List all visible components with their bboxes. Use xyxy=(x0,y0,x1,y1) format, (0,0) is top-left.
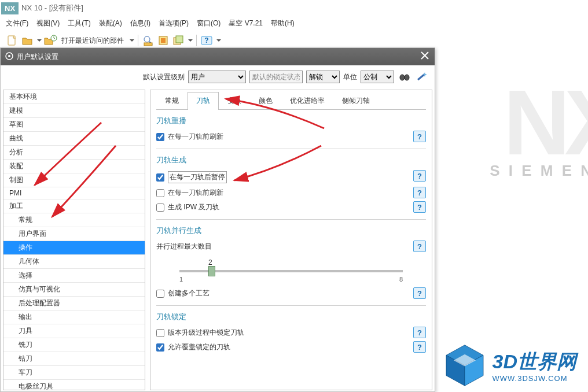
help-icon[interactable]: ? xyxy=(413,287,426,299)
touch-mode-icon[interactable] xyxy=(157,34,170,47)
cmd-finder-icon[interactable] xyxy=(142,34,155,47)
nav-item-11[interactable]: 操作 xyxy=(3,241,145,255)
lock-override-check[interactable] xyxy=(156,343,164,352)
menu-tools[interactable]: 工具(T) xyxy=(68,19,90,28)
help-icon[interactable]: ? xyxy=(413,201,426,213)
nav-item-19[interactable]: 钻刀 xyxy=(3,352,145,366)
svg-point-12 xyxy=(8,55,10,57)
slider-max: 8 xyxy=(399,276,403,283)
nav-item-8[interactable]: 加工 xyxy=(3,199,145,213)
nav-item-21[interactable]: 电极丝刀具 xyxy=(3,380,145,390)
nav-tree[interactable]: 基本环境建模草图曲线分析装配制图PMI加工常规用户界面操作几何体选择仿真与可视化… xyxy=(3,90,145,390)
help-icon[interactable]: ? xyxy=(413,327,426,338)
open-icon[interactable] xyxy=(21,34,34,47)
tab-feedopt[interactable]: 优化进给率 xyxy=(281,92,333,110)
tab-toolpath[interactable]: 刀轨 xyxy=(188,92,219,110)
tab-color[interactable]: 颜色 xyxy=(250,92,281,110)
dialog-title: 用户默认设置 xyxy=(17,52,58,62)
nav-item-7[interactable]: PMI xyxy=(3,187,145,199)
svg-rect-8 xyxy=(176,36,183,43)
menu-help[interactable]: 帮助(H) xyxy=(271,19,295,28)
max-procs-slider[interactable]: 2 1 8 xyxy=(156,254,426,286)
nav-item-12[interactable]: 几何体 xyxy=(3,255,145,269)
nav-item-3[interactable]: 曲线 xyxy=(3,132,145,146)
section-replay: 刀轨重播 在每一刀轨前刷新 ? xyxy=(156,116,426,144)
gen-ipw-check[interactable] xyxy=(156,204,164,212)
siemens-watermark: NX xyxy=(504,69,588,176)
menu-prefs[interactable]: 首选项(P) xyxy=(159,19,189,28)
menu-info[interactable]: 信息(I) xyxy=(130,19,150,28)
window-title: NX 10 - [没有部件] xyxy=(21,3,83,13)
lock-upgrade-check[interactable] xyxy=(156,329,164,337)
nav-item-2[interactable]: 草图 xyxy=(3,118,145,132)
menu-starry[interactable]: 星空 V7.21 xyxy=(229,19,263,28)
lock-select[interactable]: 解锁 xyxy=(306,71,340,83)
help-icon[interactable]: ? xyxy=(413,187,426,198)
window-icon[interactable] xyxy=(172,34,185,47)
nav-item-18[interactable]: 铣刀 xyxy=(3,338,145,352)
help-icon[interactable]: ? xyxy=(413,131,426,142)
watermark-logo: 3D世界网 WWW.3DSJW.COM xyxy=(442,342,576,389)
svg-rect-6 xyxy=(161,38,166,43)
level-row: 默认设置级别 用户 解锁 单位 公制 xyxy=(1,65,435,88)
lock-upgrade-label: 版本升级过程中锁定刀轨 xyxy=(168,328,244,338)
help-icon[interactable]: ? xyxy=(413,341,426,353)
nx-badge: NX xyxy=(1,2,19,14)
replay-refresh-check[interactable] xyxy=(156,133,164,141)
nav-item-6[interactable]: 制图 xyxy=(3,173,145,187)
menu-file[interactable]: 文件(F) xyxy=(6,19,28,28)
help-icon[interactable]: ? xyxy=(413,241,426,252)
multi-process-check[interactable] xyxy=(156,290,164,298)
level-select[interactable]: 用户 xyxy=(188,71,246,83)
level-label: 默认设置级别 xyxy=(143,72,185,82)
nav-item-14[interactable]: 仿真与可视化 xyxy=(3,283,145,297)
gen-pause-check[interactable] xyxy=(156,173,164,182)
menu-assembly[interactable]: 装配(A) xyxy=(99,19,122,28)
title-bar: NX NX 10 - [没有部件] xyxy=(0,0,588,16)
menu-window[interactable]: 窗口(O) xyxy=(197,19,220,28)
close-icon[interactable] xyxy=(421,51,429,61)
svg-rect-4 xyxy=(144,43,152,46)
nav-item-4[interactable]: 分析 xyxy=(3,146,145,160)
gear-icon xyxy=(5,52,13,62)
wand-icon[interactable] xyxy=(415,71,429,83)
nav-item-9[interactable]: 常规 xyxy=(3,213,145,227)
siemens-text: S I E M E N xyxy=(490,162,588,180)
dialog-header: 用户默认设置 xyxy=(1,48,435,65)
unit-select[interactable]: 公制 xyxy=(361,71,394,83)
help-icon[interactable]: ? xyxy=(413,170,426,182)
binoculars-icon[interactable] xyxy=(398,71,411,83)
nav-item-20[interactable]: 车刀 xyxy=(3,366,145,380)
nav-item-0[interactable]: 基本环境 xyxy=(3,90,145,104)
nav-item-17[interactable]: 刀具 xyxy=(3,324,145,338)
tab-tilt[interactable]: 侧倾刀轴 xyxy=(333,92,378,110)
section-generate: 刀轨生成 在每一刀轨后暂停 ? 在每一刀轨前刷新 ? 生成 IPW 及刀轨 ? xyxy=(156,155,426,215)
section-lock: 刀轨锁定 版本升级过程中锁定刀轨 ? 允许覆盖锁定的刀轨 ? xyxy=(156,312,426,354)
multi-process-label: 创建多个工艺 xyxy=(168,289,210,298)
new-icon[interactable] xyxy=(6,34,19,47)
menu-view[interactable]: 视图(V) xyxy=(36,19,60,28)
tab-general[interactable]: 常规 xyxy=(156,92,188,110)
nav-item-10[interactable]: 用户界面 xyxy=(3,227,145,241)
max-procs-label: 并行进程最大数目 xyxy=(156,242,212,252)
section-parallel: 刀轨并行生成 并行进程最大数目 ? 2 1 8 创建多个工艺 ? xyxy=(156,225,426,301)
lock-override-label: 允许覆盖锁定的刀轨 xyxy=(168,342,230,352)
replay-refresh-label: 在每一刀轨前刷新 xyxy=(168,132,223,142)
gen-pause-label: 在每一刀轨后暂停 xyxy=(168,171,227,183)
lock-state-field xyxy=(249,71,303,83)
svg-text:?: ? xyxy=(204,36,208,45)
section-generate-title: 刀轨生成 xyxy=(156,155,426,165)
nav-item-1[interactable]: 建模 xyxy=(3,104,145,118)
nav-item-15[interactable]: 后处理配置器 xyxy=(3,297,145,310)
help-icon[interactable]: ? xyxy=(200,34,213,47)
nav-item-5[interactable]: 装配 xyxy=(3,160,145,173)
nav-item-13[interactable]: 选择 xyxy=(3,269,145,283)
content-pane[interactable]: 常规 刀轨 变换 颜色 优化进给率 侧倾刀轴 刀轨重播 在每一刀轨前刷新 ? 刀… xyxy=(150,90,432,390)
slider-min: 1 xyxy=(179,276,183,283)
logo-url: WWW.3DSJW.COM xyxy=(493,374,576,383)
section-replay-title: 刀轨重播 xyxy=(156,116,426,126)
open-recent-icon[interactable] xyxy=(44,34,57,47)
nav-item-16[interactable]: 输出 xyxy=(3,310,145,324)
tab-transform[interactable]: 变换 xyxy=(219,92,250,110)
gen-refresh-check[interactable] xyxy=(156,189,164,197)
